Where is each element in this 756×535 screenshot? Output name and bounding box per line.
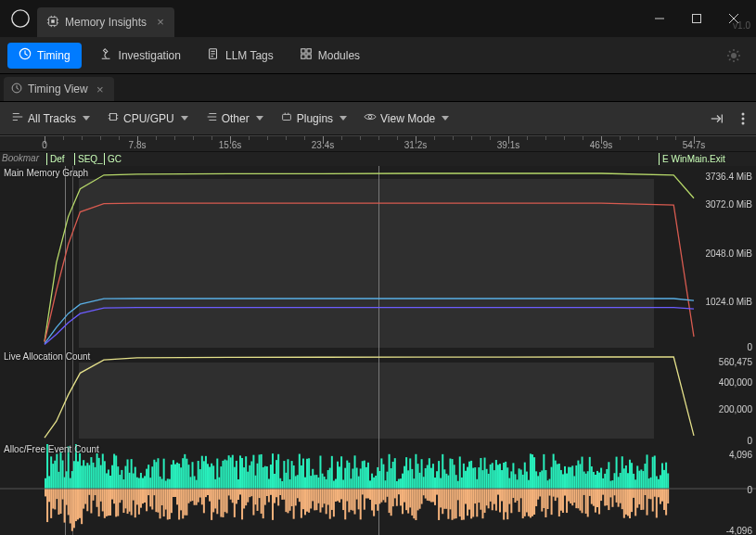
- svg-rect-445: [169, 479, 171, 489]
- svg-rect-705: [665, 463, 667, 489]
- svg-rect-134: [199, 489, 201, 498]
- svg-rect-660: [579, 464, 581, 489]
- svg-rect-395: [73, 461, 75, 489]
- svg-rect-657: [573, 476, 575, 489]
- svg-rect-618: [499, 464, 501, 489]
- svg-rect-477: [230, 457, 232, 489]
- svg-rect-310: [535, 489, 537, 506]
- svg-rect-561: [391, 468, 392, 489]
- bookmark-strip[interactable]: Bookmar DefSEQ_GCE WinMain.Exit: [0, 152, 756, 166]
- svg-rect-303: [522, 489, 524, 518]
- svg-rect-91: [117, 489, 119, 516]
- svg-rect-706: [667, 473, 669, 489]
- svg-rect-566: [400, 478, 402, 489]
- svg-rect-472: [220, 466, 222, 489]
- svg-rect-648: [557, 464, 558, 489]
- svg-rect-148: [226, 489, 228, 513]
- more-button[interactable]: [736, 108, 750, 129]
- maximize-button[interactable]: [678, 5, 715, 32]
- other-label: Other: [222, 112, 250, 125]
- close-subtab-button[interactable]: ×: [94, 83, 107, 96]
- graph-area[interactable]: Main Memory Graph Live Allocation Count …: [0, 166, 756, 535]
- svg-rect-288: [493, 489, 495, 504]
- svg-point-24: [731, 53, 737, 58]
- bookmark-marker[interactable]: Def: [46, 153, 68, 165]
- bookmark-marker[interactable]: SEQ_: [74, 153, 106, 165]
- svg-rect-386: [56, 454, 58, 489]
- svg-rect-571: [409, 458, 411, 489]
- svg-rect-519: [310, 476, 312, 489]
- settings-sun-button[interactable]: [719, 43, 749, 69]
- svg-rect-362: [634, 489, 636, 516]
- svg-rect-126: [184, 489, 186, 516]
- svg-rect-216: [356, 489, 358, 500]
- llm-tags-button[interactable]: LLM Tags: [199, 43, 281, 69]
- svg-rect-99: [133, 489, 135, 501]
- svg-rect-527: [326, 479, 327, 489]
- all-tracks-dropdown[interactable]: All Tracks: [6, 107, 96, 130]
- svg-rect-479: [234, 467, 236, 489]
- svg-rect-486: [247, 472, 249, 489]
- bookmark-marker[interactable]: GC: [104, 153, 124, 165]
- svg-rect-131: [194, 489, 196, 505]
- svg-rect-108: [149, 489, 151, 506]
- close-tab-button[interactable]: ×: [154, 15, 167, 28]
- svg-rect-379: [667, 489, 669, 503]
- plugins-dropdown[interactable]: Plugins: [275, 107, 352, 130]
- svg-rect-214: [352, 489, 353, 511]
- cpu-gpu-dropdown[interactable]: CPU/GPU: [101, 107, 194, 130]
- svg-rect-331: [575, 489, 577, 508]
- time-ruler[interactable]: 07.8s15.6s23.4s31.2s39.1s46.9s54.7s: [0, 135, 756, 152]
- svg-rect-212: [348, 489, 350, 512]
- svg-rect-213: [350, 489, 352, 510]
- svg-rect-152: [234, 489, 236, 517]
- svg-rect-408: [98, 458, 100, 489]
- svg-rect-694: [644, 464, 646, 489]
- svg-rect-293: [503, 489, 505, 520]
- svg-rect-599: [463, 464, 465, 489]
- svg-rect-323: [560, 489, 562, 511]
- other-dropdown[interactable]: Other: [199, 107, 269, 130]
- svg-rect-53: [45, 489, 46, 496]
- svg-rect-67: [71, 489, 73, 531]
- svg-rect-100: [135, 489, 136, 517]
- timing-view-tab[interactable]: Timing View ×: [4, 77, 114, 101]
- svg-rect-692: [640, 469, 642, 489]
- svg-rect-335: [583, 489, 585, 495]
- main-tab[interactable]: Memory Insights ×: [37, 7, 174, 37]
- svg-rect-106: [146, 489, 147, 511]
- svg-rect-691: [638, 471, 640, 489]
- svg-rect-107: [147, 489, 149, 495]
- svg-rect-327: [568, 489, 570, 502]
- svg-rect-700: [656, 476, 658, 489]
- svg-rect-223: [369, 489, 371, 500]
- all-tracks-label: All Tracks: [28, 112, 76, 125]
- svg-rect-194: [314, 489, 315, 510]
- dock-button[interactable]: [704, 108, 730, 129]
- svg-rect-512: [297, 475, 299, 489]
- svg-rect-568: [404, 466, 405, 489]
- svg-rect-528: [327, 470, 329, 489]
- svg-rect-534: [339, 466, 340, 489]
- svg-rect-58: [54, 489, 56, 509]
- svg-rect-171: [270, 489, 272, 495]
- svg-rect-398: [79, 453, 81, 489]
- svg-rect-520: [312, 469, 314, 489]
- svg-rect-258: [436, 489, 438, 495]
- svg-rect-270: [459, 489, 461, 516]
- bookmark-marker[interactable]: E WinMain.Exit: [659, 153, 728, 165]
- svg-rect-552: [373, 478, 375, 489]
- svg-rect-455: [187, 465, 189, 489]
- svg-rect-357: [625, 489, 627, 515]
- svg-rect-140: [211, 489, 212, 520]
- svg-rect-273: [465, 489, 467, 504]
- minimize-button[interactable]: [641, 5, 678, 32]
- view-mode-dropdown[interactable]: View Mode: [358, 107, 455, 130]
- investigation-button[interactable]: Investigation: [93, 43, 188, 69]
- modules-button[interactable]: Modules: [292, 43, 367, 69]
- svg-rect-169: [266, 489, 268, 496]
- timing-tab-button[interactable]: Timing: [7, 43, 82, 69]
- live-alloc-chart: [0, 350, 756, 442]
- plugin-icon: [280, 110, 293, 126]
- svg-rect-263: [445, 489, 447, 509]
